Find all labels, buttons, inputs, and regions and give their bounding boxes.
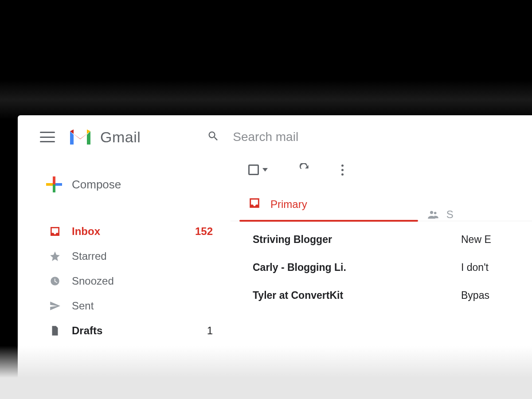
- mail-sender: Carly - Blogging Li.: [253, 262, 421, 274]
- chevron-down-icon: [262, 168, 268, 172]
- mail-subject: I don't: [461, 262, 489, 274]
- logo-area[interactable]: Gmail: [68, 128, 141, 146]
- star-icon: [49, 250, 61, 262]
- sidebar-item-starred[interactable]: Starred: [40, 244, 222, 269]
- search-input[interactable]: [233, 130, 410, 144]
- tab-social[interactable]: S: [427, 208, 454, 221]
- category-tabs: Primary S: [231, 190, 532, 221]
- mail-row[interactable]: Striving Blogger New E: [231, 226, 532, 254]
- gmail-window: Gmail Compose Inbox 15: [18, 115, 532, 399]
- app-name: Gmail: [100, 129, 141, 146]
- checkbox-icon: [248, 164, 259, 175]
- sidebar-item-inbox[interactable]: Inbox 152: [40, 219, 222, 244]
- inbox-icon: [49, 225, 61, 238]
- search-icon[interactable]: [207, 130, 219, 144]
- sidebar-item-label: Drafts: [72, 325, 102, 337]
- search-area: [207, 130, 410, 144]
- mail-subject: New E: [461, 234, 491, 246]
- sidebar-item-label: Snoozed: [72, 275, 114, 287]
- mail-list: Striving Blogger New E Carly - Blogging …: [231, 221, 532, 309]
- gmail-logo-icon: [68, 128, 92, 146]
- inbox-icon: [248, 197, 261, 212]
- select-all-checkbox[interactable]: [248, 164, 268, 175]
- sidebar: Compose Inbox 152 Starred Snoozed: [18, 154, 231, 343]
- mail-row[interactable]: Carly - Blogging Li. I don't: [231, 254, 532, 282]
- plus-icon: [46, 176, 62, 192]
- body-row: Compose Inbox 152 Starred Snoozed: [18, 154, 532, 343]
- inbox-count: 152: [195, 225, 213, 238]
- clock-icon: [49, 275, 61, 287]
- sidebar-item-snoozed[interactable]: Snoozed: [40, 269, 222, 293]
- header-bar: Gmail: [18, 115, 532, 154]
- main-menu-icon[interactable]: [40, 132, 55, 142]
- mail-row[interactable]: Tyler at ConvertKit Bypas: [231, 282, 532, 309]
- send-icon: [49, 300, 61, 312]
- sidebar-item-sent[interactable]: Sent: [40, 293, 222, 318]
- tab-primary[interactable]: Primary: [244, 190, 312, 221]
- mail-sender: Striving Blogger: [253, 234, 421, 246]
- compose-button[interactable]: Compose: [40, 172, 222, 197]
- people-icon: [427, 208, 439, 221]
- mail-sender: Tyler at ConvertKit: [253, 289, 421, 301]
- sidebar-item-label: Sent: [72, 300, 94, 312]
- sidebar-item-drafts[interactable]: Drafts 1: [40, 318, 222, 343]
- main-panel: Primary S Striving Blogger New E Carly -…: [231, 154, 532, 343]
- tab-label: S: [446, 208, 454, 221]
- refresh-button[interactable]: [299, 163, 310, 176]
- sidebar-item-label: Starred: [72, 250, 107, 262]
- tab-label: Primary: [270, 198, 307, 211]
- compose-label: Compose: [72, 178, 121, 192]
- drafts-count: 1: [207, 325, 213, 337]
- sidebar-item-label: Inbox: [72, 225, 100, 238]
- file-icon: [49, 325, 61, 337]
- mail-toolbar: [231, 159, 532, 190]
- mail-subject: Bypas: [461, 289, 489, 301]
- more-menu-button[interactable]: [341, 164, 344, 176]
- svg-point-1: [430, 211, 433, 214]
- svg-point-2: [434, 212, 437, 215]
